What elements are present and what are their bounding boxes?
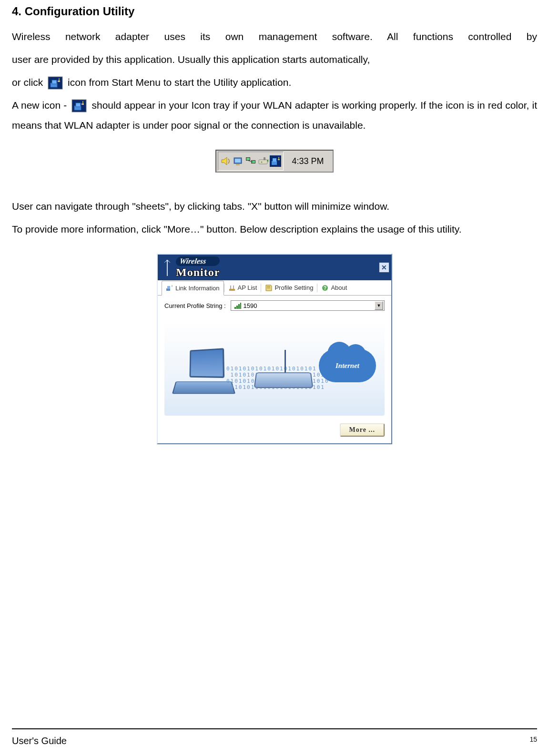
about-icon: ?	[321, 284, 329, 292]
wlan-monitor-tray-icon[interactable]	[270, 155, 281, 167]
tabs-row: Link Information AP List Profile Setting…	[158, 280, 391, 296]
more-button[interactable]: More ...	[340, 423, 385, 437]
svg-rect-3	[58, 81, 60, 82]
svg-text:?: ?	[324, 286, 326, 291]
display-icon[interactable]	[233, 155, 244, 167]
profile-value-text: 1590	[244, 302, 257, 309]
svg-rect-42	[240, 303, 241, 309]
tab-about-label: About	[331, 284, 347, 291]
illustration-panel: 0101010101010101010101 10101010101010101…	[164, 320, 385, 416]
systray: 4:33 PM	[215, 150, 333, 173]
titlebar: Wireless Monitor ✕	[158, 255, 391, 280]
section-heading: 4. Configuration Utility	[12, 5, 537, 18]
para-sheets: User can navigate through "sheets", by c…	[12, 196, 537, 216]
svg-rect-8	[81, 103, 84, 105]
tab-link-label: Link Information	[175, 285, 220, 292]
svg-rect-32	[229, 289, 235, 291]
ap-list-icon	[228, 284, 236, 292]
svg-rect-39	[234, 307, 236, 309]
wlan-tray-icon	[71, 99, 87, 112]
more-row: More ...	[158, 420, 391, 443]
text-or-click-a: or click	[12, 77, 46, 88]
network-pc-icon[interactable]	[245, 155, 256, 167]
monitor-figure: Wireless Monitor ✕ Link Information AP	[12, 254, 537, 444]
tab-ap-list[interactable]: AP List	[224, 280, 261, 295]
profile-select-value: 1590	[234, 302, 257, 309]
text-new-icon-b: should appear in your Icon tray if your …	[12, 100, 537, 131]
tab-about[interactable]: ? About	[317, 280, 351, 295]
title-monitor: Monitor	[176, 266, 220, 279]
tab-link-information[interactable]: Link Information	[162, 281, 224, 296]
systray-figure: 4:33 PM	[12, 150, 537, 173]
para-more: To provide more information, click "More…	[12, 219, 537, 239]
volume-icon[interactable]	[220, 155, 232, 167]
intro-line-1: Wireless network adapter uses its own ma…	[12, 27, 537, 47]
tab-ap-label: AP List	[238, 284, 257, 291]
page-number: 15	[529, 736, 537, 746]
router-graphic	[254, 372, 314, 388]
wireless-monitor-window: Wireless Monitor ✕ Link Information AP	[157, 254, 392, 444]
svg-marker-10	[222, 157, 227, 165]
profile-select[interactable]: 1590 ▼	[231, 300, 385, 311]
dropdown-arrow-icon[interactable]: ▼	[375, 301, 383, 310]
close-button[interactable]: ✕	[379, 262, 389, 273]
footer: User's Guide 15	[12, 736, 537, 746]
systray-clock[interactable]: 4:33 PM	[285, 156, 332, 166]
antenna-icon	[163, 258, 172, 277]
removable-drive-icon[interactable]	[257, 155, 269, 167]
svg-rect-23	[272, 161, 277, 165]
svg-rect-12	[235, 159, 241, 163]
title-graphic: Wireless Monitor	[163, 256, 220, 279]
text-or-click-b: icon from Start Menu to start the Utilit…	[68, 77, 291, 88]
router-antenna	[285, 350, 286, 373]
svg-rect-13	[236, 164, 240, 165]
svg-rect-24	[273, 158, 276, 162]
wlan-utility-icon	[48, 76, 63, 90]
profile-icon	[265, 284, 273, 292]
svg-rect-40	[236, 306, 238, 309]
footer-divider	[12, 728, 537, 729]
signal-icon	[234, 302, 242, 309]
svg-rect-2	[52, 80, 57, 84]
para-new-icon: A new icon - should appear in your Icon …	[12, 95, 537, 135]
title-wireless: Wireless	[175, 256, 221, 266]
footer-guide: User's Guide	[12, 736, 67, 746]
link-info-icon	[166, 284, 173, 292]
svg-rect-7	[76, 103, 81, 107]
text-new-icon-a: A new icon -	[12, 100, 70, 111]
cloud-label: Internet	[319, 349, 376, 382]
svg-rect-19	[259, 160, 267, 164]
svg-rect-15	[246, 158, 250, 160]
tab-profile-setting[interactable]: Profile Setting	[261, 280, 317, 295]
systray-icon-well	[218, 152, 284, 171]
para-or-click: or click icon from Start Menu to start t…	[12, 72, 537, 92]
profile-label: Current Profile String :	[164, 302, 226, 309]
svg-point-20	[261, 162, 263, 163]
internet-cloud: Internet	[319, 349, 376, 382]
tab-profile-label: Profile Setting	[274, 284, 313, 291]
svg-rect-21	[264, 157, 265, 160]
svg-rect-26	[278, 159, 280, 160]
svg-rect-41	[238, 304, 240, 309]
profile-row: Current Profile String : 1590 ▼	[158, 296, 391, 316]
intro-line-2: user are provided by this application. U…	[12, 50, 537, 70]
close-icon: ✕	[381, 264, 387, 271]
svg-rect-30	[167, 286, 170, 289]
